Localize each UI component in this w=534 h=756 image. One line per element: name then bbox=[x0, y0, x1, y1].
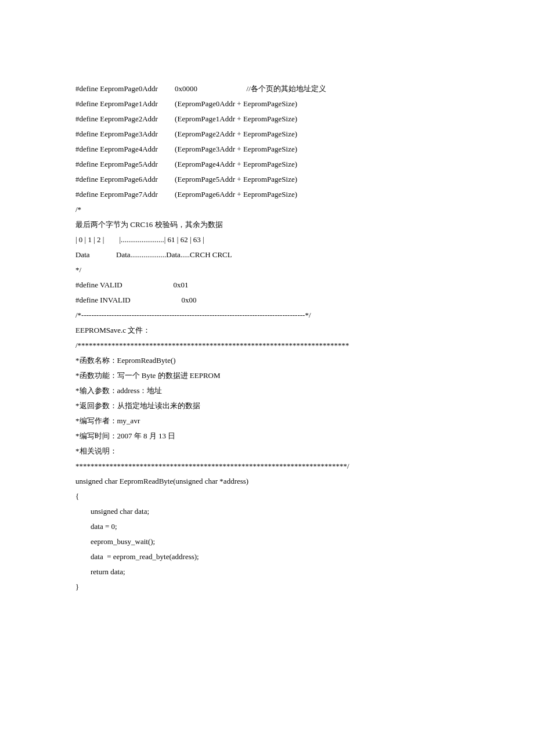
code-line: *函数功能：写一个 Byte 的数据进 EEPROM bbox=[75, 368, 459, 383]
document-page: #define EepromPage0Addr 0x0000 //各个页的其始地… bbox=[0, 0, 534, 756]
code-line: *编写作者：my_avr bbox=[75, 413, 459, 429]
code-line: 最后两个字节为 CRC16 校验码，其余为数据 bbox=[75, 217, 459, 232]
code-line: | 0 | 1 | 2 | |.......................| … bbox=[75, 232, 459, 247]
code-line: */ bbox=[75, 262, 459, 278]
code-line: #define EepromPage2Addr (EepromPage1Addr… bbox=[75, 111, 459, 127]
code-line: *相关说明： bbox=[75, 444, 459, 459]
code-line: } bbox=[75, 579, 459, 595]
code-line: data = 0; bbox=[75, 519, 459, 534]
code-line: Data Data...................Data.....CRC… bbox=[75, 247, 459, 262]
code-line: unsigned char EepromReadByte(unsigned ch… bbox=[75, 474, 459, 489]
code-line: eeprom_busy_wait(); bbox=[75, 534, 459, 549]
code-line: { bbox=[75, 489, 459, 504]
code-line: data = eeprom_read_byte(address); bbox=[75, 549, 459, 564]
code-line: unsigned char data; bbox=[75, 504, 459, 519]
code-line: /*--------------------------------------… bbox=[75, 308, 459, 323]
code-line: *返回参数：从指定地址读出来的数据 bbox=[75, 398, 459, 413]
code-line: /***************************************… bbox=[75, 338, 459, 353]
code-line: #define EepromPage6Addr (EepromPage5Addr… bbox=[75, 172, 459, 187]
code-line: #define VALID 0x01 bbox=[75, 278, 459, 293]
code-line: EEPROMSave.c 文件： bbox=[75, 323, 459, 338]
code-line: *函数名称：EepromReadByte() bbox=[75, 353, 459, 368]
code-line: #define EepromPage1Addr (EepromPage0Addr… bbox=[75, 96, 459, 111]
code-line: #define INVALID 0x00 bbox=[75, 293, 459, 308]
code-line: *输入参数：address：地址 bbox=[75, 383, 459, 398]
code-line: #define EepromPage3Addr (EepromPage2Addr… bbox=[75, 127, 459, 142]
code-line: #define EepromPage0Addr 0x0000 //各个页的其始地… bbox=[75, 81, 459, 96]
code-line: /* bbox=[75, 202, 459, 217]
code-line: return data; bbox=[75, 564, 459, 579]
code-line: #define EepromPage5Addr (EepromPage4Addr… bbox=[75, 157, 459, 172]
code-line: #define EepromPage4Addr (EepromPage3Addr… bbox=[75, 142, 459, 157]
code-line: *编写时间：2007 年 8 月 13 日 bbox=[75, 429, 459, 444]
code-line: #define EepromPage7Addr (EepromPage6Addr… bbox=[75, 187, 459, 202]
code-line: ****************************************… bbox=[75, 459, 459, 474]
